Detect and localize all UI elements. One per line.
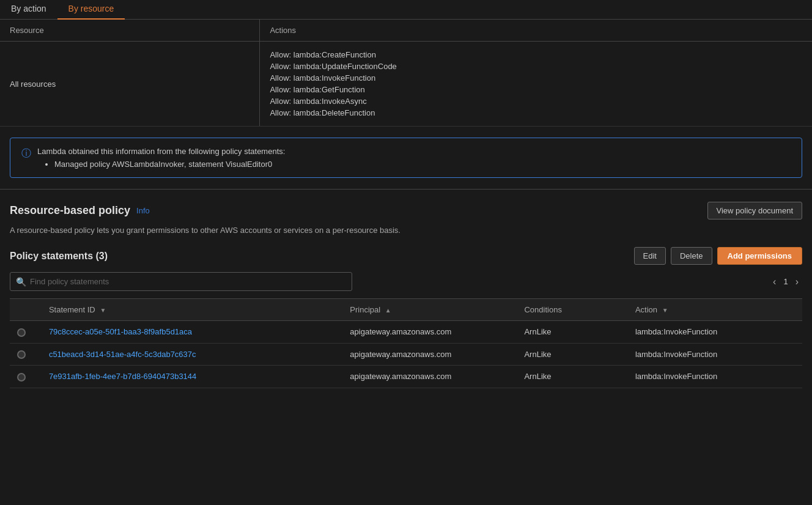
row-1-statement-id: 79c8ccec-a05e-50f1-baa3-8f9afb5d1aca bbox=[42, 321, 342, 344]
ps-table-header-row: Statement ID ▼ Principal ▲ Conditions Ac… bbox=[10, 299, 802, 321]
rbp-section: Resource-based policy Info View policy d… bbox=[0, 190, 812, 388]
action-sort-icon: ▼ bbox=[662, 307, 668, 314]
row-2-principal: apigateway.amazonaws.com bbox=[342, 343, 517, 366]
checkbox-col-header bbox=[10, 299, 42, 321]
rbp-title: Resource-based policy Info bbox=[10, 204, 150, 217]
action-item: Allow: lambda:CreateFunction bbox=[270, 49, 802, 61]
statement-id-col-header[interactable]: Statement ID ▼ bbox=[42, 299, 342, 321]
info-box: ⓘ Lambda obtained this information from … bbox=[10, 138, 802, 178]
action-item: Allow: lambda:InvokeFunction bbox=[270, 72, 802, 84]
policy-statements-table: Statement ID ▼ Principal ▲ Conditions Ac… bbox=[10, 298, 802, 388]
rbp-description: A resource-based policy lets you grant p… bbox=[10, 226, 802, 235]
search-row: 🔍 ‹ 1 › bbox=[10, 272, 802, 291]
action-item: Allow: lambda:DeleteFunction bbox=[270, 107, 802, 119]
next-page-button[interactable]: › bbox=[792, 275, 802, 289]
policy-statements-header: Policy statements (3) Edit Delete Add pe… bbox=[10, 247, 802, 265]
info-header: ⓘ Lambda obtained this information from … bbox=[21, 147, 791, 169]
info-list-item: Managed policy AWSLambdaInvoker, stateme… bbox=[54, 160, 285, 169]
row-3-principal: apigateway.amazonaws.com bbox=[342, 366, 517, 388]
pagination: ‹ 1 › bbox=[769, 275, 802, 289]
radio-circle bbox=[17, 350, 26, 359]
principal-col-header[interactable]: Principal ▲ bbox=[342, 299, 517, 321]
edit-button[interactable]: Edit bbox=[634, 247, 666, 265]
tab-by-resource[interactable]: By resource bbox=[57, 0, 125, 20]
search-icon: 🔍 bbox=[16, 277, 26, 287]
page-number: 1 bbox=[783, 277, 788, 286]
statement-id-link[interactable]: 7e931afb-1feb-4ee7-b7d8-6940473b3144 bbox=[49, 372, 196, 381]
row-1-action: lambda:InvokeFunction bbox=[628, 321, 802, 344]
view-policy-button[interactable]: View policy document bbox=[707, 202, 803, 219]
statement-id-link[interactable]: c51beacd-3d14-51ae-a4fc-5c3dab7c637c bbox=[49, 350, 196, 359]
table-row: 7e931afb-1feb-4ee7-b7d8-6940473b3144 api… bbox=[10, 366, 802, 388]
permissions-row: All resources Allow: lambda:CreateFuncti… bbox=[0, 42, 812, 127]
ps-count: (3) bbox=[96, 251, 108, 261]
permissions-section: Resource Actions All resources Allow: la… bbox=[0, 20, 812, 178]
action-item: Allow: lambda:GetFunction bbox=[270, 84, 802, 95]
statement-id-link[interactable]: 79c8ccec-a05e-50f1-baa3-8f9afb5d1aca bbox=[49, 327, 192, 336]
principal-sort-icon: ▲ bbox=[385, 307, 391, 314]
permissions-table: Resource Actions All resources Allow: la… bbox=[0, 20, 812, 127]
delete-button[interactable]: Delete bbox=[671, 247, 712, 265]
ps-title-text: Policy statements bbox=[10, 251, 93, 261]
table-row: c51beacd-3d14-51ae-a4fc-5c3dab7c637c api… bbox=[10, 343, 802, 366]
search-input[interactable] bbox=[10, 272, 352, 291]
rbp-header: Resource-based policy Info View policy d… bbox=[10, 202, 802, 219]
row-2-conditions: ArnLike bbox=[517, 343, 627, 366]
rbp-info-link[interactable]: Info bbox=[136, 206, 150, 215]
action-col-header[interactable]: Action ▼ bbox=[628, 299, 802, 321]
row-3-checkbox[interactable] bbox=[10, 366, 42, 388]
policy-statements-title: Policy statements (3) bbox=[10, 251, 108, 262]
row-2-checkbox[interactable] bbox=[10, 343, 42, 366]
search-container: 🔍 bbox=[10, 272, 352, 291]
row-1-checkbox[interactable] bbox=[10, 321, 42, 344]
row-2-action: lambda:InvokeFunction bbox=[628, 343, 802, 366]
tab-by-action[interactable]: By action bbox=[0, 0, 57, 20]
row-3-action: lambda:InvokeFunction bbox=[628, 366, 802, 388]
info-icon: ⓘ bbox=[21, 147, 31, 160]
info-content: Lambda obtained this information from th… bbox=[37, 147, 285, 169]
row-1-principal: apigateway.amazonaws.com bbox=[342, 321, 517, 344]
action-item: Allow: lambda:UpdateFunctionCode bbox=[270, 61, 802, 72]
radio-circle bbox=[17, 373, 26, 382]
statement-id-sort-icon: ▼ bbox=[100, 307, 106, 314]
row-1-conditions: ArnLike bbox=[517, 321, 627, 344]
action-item: Allow: lambda:InvokeAsync bbox=[270, 95, 802, 107]
action-list: Allow: lambda:CreateFunction Allow: lamb… bbox=[270, 46, 802, 121]
actions-col-header: Actions bbox=[260, 20, 812, 42]
add-permissions-button[interactable]: Add permissions bbox=[717, 247, 802, 265]
conditions-col-header: Conditions bbox=[517, 299, 627, 321]
tabs-bar: By action By resource bbox=[0, 0, 812, 20]
table-row: 79c8ccec-a05e-50f1-baa3-8f9afb5d1aca api… bbox=[10, 321, 802, 344]
info-list: Managed policy AWSLambdaInvoker, stateme… bbox=[54, 160, 285, 169]
info-text: Lambda obtained this information from th… bbox=[37, 147, 285, 156]
radio-circle bbox=[17, 328, 26, 337]
actions-cell: Allow: lambda:CreateFunction Allow: lamb… bbox=[260, 42, 812, 127]
prev-page-button[interactable]: ‹ bbox=[769, 275, 780, 289]
resource-col-header: Resource bbox=[0, 20, 260, 42]
rbp-heading: Resource-based policy bbox=[10, 204, 130, 217]
resource-name: All resources bbox=[0, 42, 260, 127]
row-3-conditions: ArnLike bbox=[517, 366, 627, 388]
ps-actions: Edit Delete Add permissions bbox=[634, 247, 802, 265]
row-3-statement-id: 7e931afb-1feb-4ee7-b7d8-6940473b3144 bbox=[42, 366, 342, 388]
row-2-statement-id: c51beacd-3d14-51ae-a4fc-5c3dab7c637c bbox=[42, 343, 342, 366]
